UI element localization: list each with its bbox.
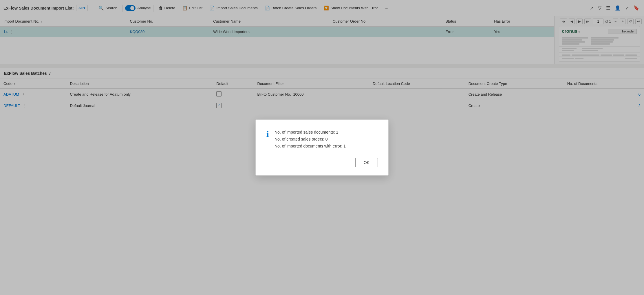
modal-info-icon: ℹ xyxy=(266,130,269,139)
modal-line3: No. of imported documents with error: 1 xyxy=(275,143,346,150)
modal-text: No. of imported sales documents: 1 No. o… xyxy=(275,129,346,150)
modal-overlay: ℹ No. of imported sales documents: 1 No.… xyxy=(0,0,644,295)
modal-footer: OK xyxy=(266,158,378,167)
modal-body: ℹ No. of imported sales documents: 1 No.… xyxy=(266,129,378,150)
modal-line1: No. of imported sales documents: 1 xyxy=(275,129,346,136)
modal-line2: No. of created sales orders: 0 xyxy=(275,136,346,143)
modal-dialog: ℹ No. of imported sales documents: 1 No.… xyxy=(255,119,389,175)
modal-ok-button[interactable]: OK xyxy=(355,158,378,167)
